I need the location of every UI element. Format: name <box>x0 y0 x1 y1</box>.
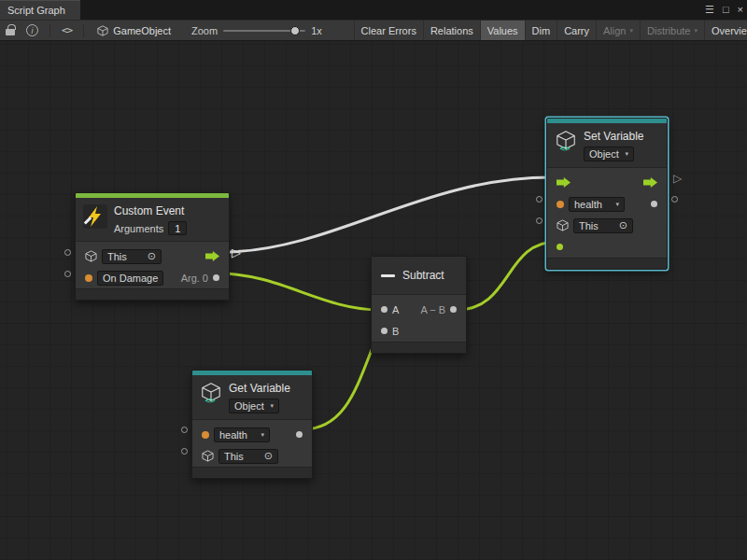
input-a-row: A A − B <box>372 299 466 320</box>
flow-row <box>547 172 667 193</box>
zoom-slider[interactable] <box>223 21 305 40</box>
target-object-field[interactable]: This ⊙ <box>573 218 633 233</box>
variable-name-in-port[interactable] <box>536 196 543 203</box>
zoom-slider-handle[interactable] <box>290 26 300 35</box>
graph-owner-label: GameObject <box>113 25 171 36</box>
node-footer <box>76 288 229 300</box>
b-label: B <box>392 326 399 337</box>
node-title: Get Variable <box>229 382 290 395</box>
a-in-port[interactable] <box>381 306 388 313</box>
info-icon[interactable]: i <box>21 21 44 40</box>
flow-in-port[interactable] <box>557 177 571 188</box>
cube-icon <box>85 250 97 262</box>
maximize-icon[interactable]: □ <box>723 0 729 20</box>
graph-toolbar: i <> GameObject Zoom 1x Clear Errors Rel… <box>0 20 747 41</box>
node-title: Subtract <box>402 269 444 282</box>
distribute-button[interactable]: Distribute▾ <box>640 21 704 40</box>
object-picker-icon[interactable]: ⊙ <box>619 220 627 231</box>
svg-text:<>: <> <box>205 395 217 404</box>
window-controls: ☰ □ × <box>705 0 743 20</box>
target-object-field[interactable]: This ⊙ <box>102 249 162 264</box>
event-name-port[interactable] <box>85 274 92 282</box>
variable-name-row: health ▾ <box>547 193 667 215</box>
dim-button[interactable]: Dim <box>525 21 557 40</box>
node-set-variable[interactable]: <> Set Variable Object ▾ <box>546 118 668 270</box>
wire-arg0-subtract-a[interactable] <box>218 273 379 310</box>
toolbar-separator <box>83 24 84 37</box>
variable-icon: <> <box>555 130 577 156</box>
event-in-port[interactable] <box>64 271 71 277</box>
node-custom-event[interactable]: Custom Event Arguments 1 This ⊙ <box>75 192 230 301</box>
target-object-field[interactable]: This ⊙ <box>218 449 278 464</box>
tab-bar: Script Graph ☰ □ × <box>0 0 747 20</box>
node-get-variable[interactable]: <> Get Variable Object ▾ health ▾ <box>191 370 313 479</box>
relations-button[interactable]: Relations <box>423 21 480 40</box>
tab-title: Script Graph <box>7 5 65 16</box>
lock-icon[interactable] <box>0 21 21 40</box>
variable-name-dropdown[interactable]: health ▾ <box>569 197 625 212</box>
cube-icon <box>202 450 214 462</box>
cube-icon <box>557 219 569 231</box>
graph-owner-button[interactable]: GameObject <box>90 21 178 40</box>
arguments-label: Arguments <box>114 223 163 234</box>
info-glyph: i <box>32 26 34 35</box>
chevron-down-icon: ▾ <box>630 27 634 35</box>
target-in-port[interactable] <box>536 217 543 224</box>
flow-carry-triangle-icon[interactable]: ▷ <box>232 246 241 259</box>
target-row: This ⊙ <box>192 445 312 467</box>
flow-carry-triangle-icon[interactable]: ▷ <box>673 173 682 185</box>
chevron-down-icon: ▾ <box>694 27 698 35</box>
wire-flow-customevent-setvariable[interactable] <box>230 177 551 252</box>
out-label: A − B <box>420 304 445 315</box>
a-label: A <box>392 304 399 315</box>
overview-button[interactable]: Overview <box>704 21 747 40</box>
variable-name-row: health ▾ <box>192 424 312 445</box>
variable-icon: <> <box>200 382 222 408</box>
chevron-down-icon: ▾ <box>261 431 264 439</box>
b-in-port[interactable] <box>381 328 388 334</box>
gameobject-cube-icon <box>97 25 108 36</box>
node-title: Set Variable <box>584 130 643 143</box>
variable-scope-dropdown[interactable]: Object ▾ <box>229 399 279 413</box>
zoom-label: Zoom <box>191 25 218 36</box>
variable-name-port[interactable] <box>557 201 564 208</box>
graph-canvas[interactable]: Custom Event Arguments 1 This ⊙ <box>0 41 747 560</box>
flow-out-port[interactable] <box>643 177 657 188</box>
target-in-port[interactable] <box>64 249 71 256</box>
object-picker-icon[interactable]: ⊙ <box>148 251 156 261</box>
code-icon[interactable]: <> <box>56 21 78 40</box>
value-out-port[interactable] <box>651 201 657 207</box>
arguments-input[interactable]: 1 <box>168 221 187 235</box>
close-icon[interactable]: × <box>738 0 743 20</box>
object-picker-icon[interactable]: ⊙ <box>264 451 273 461</box>
event-name-field[interactable]: On Damage <box>97 271 163 286</box>
wire-subtract-setvariable-value[interactable] <box>457 242 557 310</box>
values-button[interactable]: Values <box>480 21 525 40</box>
variable-name-in-port[interactable] <box>181 427 188 433</box>
variable-name-port[interactable] <box>202 431 209 439</box>
toolbar-separator <box>49 24 50 37</box>
value-out-ext-port[interactable] <box>671 196 678 203</box>
value-in-port[interactable] <box>557 244 563 250</box>
align-button[interactable]: Align▾ <box>596 21 640 40</box>
variable-name-dropdown[interactable]: health ▾ <box>214 427 270 442</box>
node-subtract[interactable]: Subtract A A − B B <box>371 256 467 354</box>
result-out-port[interactable] <box>450 306 457 313</box>
target-row: This ⊙ <box>76 245 229 267</box>
target-in-port[interactable] <box>181 448 188 455</box>
node-title: Custom Event <box>114 204 187 217</box>
toolbar-buttons: Clear Errors Relations Values Dim Carry … <box>354 21 747 40</box>
event-name-row: On Damage Arg. 0 <box>76 267 229 288</box>
arg0-out-port[interactable] <box>213 274 219 281</box>
pane-menu-icon[interactable]: ☰ <box>705 0 714 20</box>
subtract-icon <box>381 274 395 277</box>
flow-out-port[interactable] <box>205 251 219 261</box>
clear-errors-button[interactable]: Clear Errors <box>354 21 423 40</box>
carry-button[interactable]: Carry <box>557 21 596 40</box>
value-in-row <box>547 236 667 258</box>
variable-scope-dropdown[interactable]: Object ▾ <box>584 147 634 161</box>
arg0-label: Arg. 0 <box>181 273 208 284</box>
wire-getvariable-subtract-b[interactable] <box>303 331 379 429</box>
tab-script-graph[interactable]: Script Graph <box>0 0 80 20</box>
value-out-port[interactable] <box>296 431 303 438</box>
